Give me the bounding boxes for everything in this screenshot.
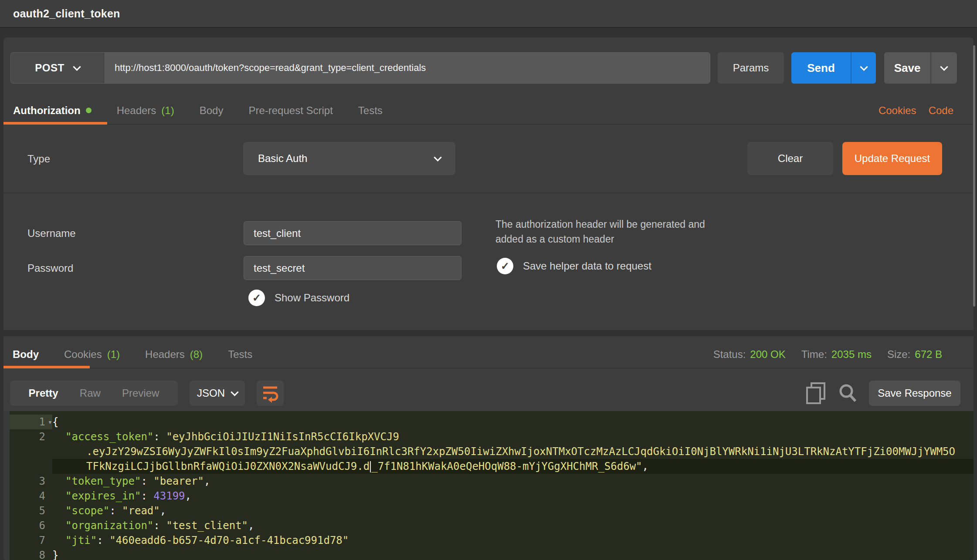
password-label: Password <box>27 262 73 274</box>
request-panel: POST http://host1:8000/oauth/token?scope… <box>3 37 974 330</box>
save-button-group: Save <box>884 52 957 84</box>
response-tab-headers[interactable]: Headers (8) <box>145 348 203 361</box>
chevron-down-icon <box>73 63 81 71</box>
params-button[interactable]: Params <box>718 52 784 84</box>
tab-headers[interactable]: Headers (1) <box>117 105 174 117</box>
tab-authorization-label: Authorization <box>13 105 81 117</box>
code-line-3: 3 "token_type": "bearer", <box>10 474 974 489</box>
password-field[interactable]: test_secret <box>244 256 461 280</box>
tab-authorization[interactable]: Authorization <box>13 105 92 117</box>
format-dropdown[interactable]: JSON <box>190 381 245 406</box>
tab-prerequest-script[interactable]: Pre-request Script <box>248 105 332 117</box>
code-link[interactable]: Code <box>929 105 953 117</box>
line-number: 7 <box>39 534 45 547</box>
vertical-scrollbar[interactable] <box>973 45 975 307</box>
view-raw-button[interactable]: Raw <box>80 387 101 399</box>
status-label: Status: <box>713 348 746 361</box>
auth-configured-dot-icon <box>86 108 92 113</box>
request-links: Cookies Code <box>879 105 974 117</box>
json-string-value: "eyJhbGciOiJIUzI1NiIsInR5cCI6IkpXVCJ9 <box>166 431 399 443</box>
fold-arrow-icon[interactable]: ▾ <box>48 415 52 429</box>
gutter-empty <box>10 459 52 474</box>
send-button-group: Send <box>791 52 876 84</box>
json-key: "jti" <box>65 534 97 547</box>
chevron-down-icon <box>860 63 868 71</box>
send-button[interactable]: Send <box>791 52 851 84</box>
tab-body[interactable]: Body <box>200 105 224 117</box>
response-cookies-count: (1) <box>107 348 120 361</box>
section-divider <box>3 193 974 193</box>
show-password-checkbox[interactable]: ✓ <box>248 290 265 306</box>
auth-type-dropdown[interactable]: Basic Auth <box>243 142 455 175</box>
clear-button[interactable]: Clear <box>747 142 833 175</box>
view-preview-button[interactable]: Preview <box>122 387 159 399</box>
line-number: 3 <box>39 475 45 487</box>
url-value: http://host1:8000/oauth/token?scope=read… <box>115 62 426 74</box>
copy-response-button[interactable] <box>805 382 826 405</box>
response-tab-cookies[interactable]: Cookies (1) <box>64 348 120 361</box>
gutter-line-4: 4 <box>10 489 52 503</box>
code-content: } <box>52 548 974 560</box>
gutter-line-6: 6 <box>10 518 52 533</box>
postman-window: oauth2_client_token POST http://host1:80… <box>0 0 977 560</box>
tab-tests[interactable]: Tests <box>358 105 383 117</box>
json-key: "expires_in" <box>65 490 141 502</box>
response-body-editor[interactable]: 1 ▾ { 2 "access_token": "eyJhbGciOiJIUzI… <box>3 411 974 560</box>
response-tab-tests-label: Tests <box>228 348 252 361</box>
size-label: Size: <box>887 348 910 361</box>
gutter-line-5: 5 <box>10 503 52 518</box>
json-comma: , <box>642 460 648 472</box>
username-label: Username <box>27 227 76 240</box>
active-tab-underline <box>3 122 107 125</box>
view-pretty-button[interactable]: Pretty <box>29 387 58 399</box>
save-options-button[interactable] <box>930 52 957 84</box>
json-key: "access_token" <box>65 431 153 443</box>
code-line-7: 7 "jti": "460eadd6-b657-4d70-a1cf-41bcac… <box>10 533 974 548</box>
response-tab-bar: Body Cookies (1) Headers (8) Tests Statu… <box>3 341 974 368</box>
json-key: "scope" <box>65 505 109 517</box>
method-select[interactable]: POST <box>11 53 104 83</box>
size-value: 672 B <box>915 348 942 361</box>
code-line-2-wrap-1: .eyJzY29wZSI6WyJyZWFkIl0sIm9yZ2FuaXphdGl… <box>10 444 974 459</box>
line-number: 4 <box>39 490 45 502</box>
response-tab-body[interactable]: Body <box>13 348 39 361</box>
line-number: 2 <box>39 431 45 443</box>
code-content: "expires_in": 43199, <box>52 489 974 503</box>
save-button[interactable]: Save <box>884 52 930 84</box>
response-tab-body-label: Body <box>13 348 39 361</box>
code-content: "access_token": "eyJhbGciOiJIUzI1NiIsInR… <box>52 429 974 444</box>
username-field[interactable]: test_client <box>244 221 461 245</box>
response-tab-tests[interactable]: Tests <box>228 348 252 361</box>
json-number-value: 43199 <box>153 490 185 502</box>
url-input[interactable]: http://host1:8000/oauth/token?scope=read… <box>104 53 710 83</box>
update-request-button[interactable]: Update Request <box>842 142 942 175</box>
cookies-link[interactable]: Cookies <box>879 105 916 117</box>
line-number: 5 <box>39 505 45 517</box>
chevron-down-icon <box>940 63 948 71</box>
response-tab-headers-label: Headers <box>145 348 185 361</box>
json-string-value: "460eadd6-b657-4d70-a1cf-41bcac991d78" <box>109 534 349 547</box>
line-number: 1 <box>39 416 45 428</box>
send-options-button[interactable] <box>851 52 876 84</box>
wrap-text-button[interactable] <box>257 381 284 406</box>
copy-icon <box>805 382 826 405</box>
json-comma: , <box>185 490 191 502</box>
show-password-label: Show Password <box>275 292 349 304</box>
tab-tests-label: Tests <box>358 105 383 117</box>
text-cursor <box>370 461 371 472</box>
size-metric: Size: 672 B <box>887 348 942 361</box>
code-line-6: 6 "organization": "test_client", <box>10 518 974 533</box>
response-metrics: Status: 200 OK Time: 2035 ms Size: 672 B <box>713 348 974 361</box>
save-response-button[interactable]: Save Response <box>869 381 960 406</box>
tab-headers-count: (1) <box>161 105 174 117</box>
gutter-line-3: 3 <box>10 474 52 489</box>
tab-body-label: Body <box>200 105 224 117</box>
gutter-empty <box>10 444 52 459</box>
save-helper-checkbox[interactable]: ✓ <box>497 258 513 274</box>
checkmark-icon: ✓ <box>501 261 509 271</box>
chevron-down-icon <box>231 388 238 396</box>
auth-helper-note: The authorization header will be generat… <box>495 217 705 246</box>
gutter-line-2: 2 <box>10 429 52 444</box>
search-response-button[interactable] <box>838 383 858 404</box>
line-number: 6 <box>39 520 45 532</box>
